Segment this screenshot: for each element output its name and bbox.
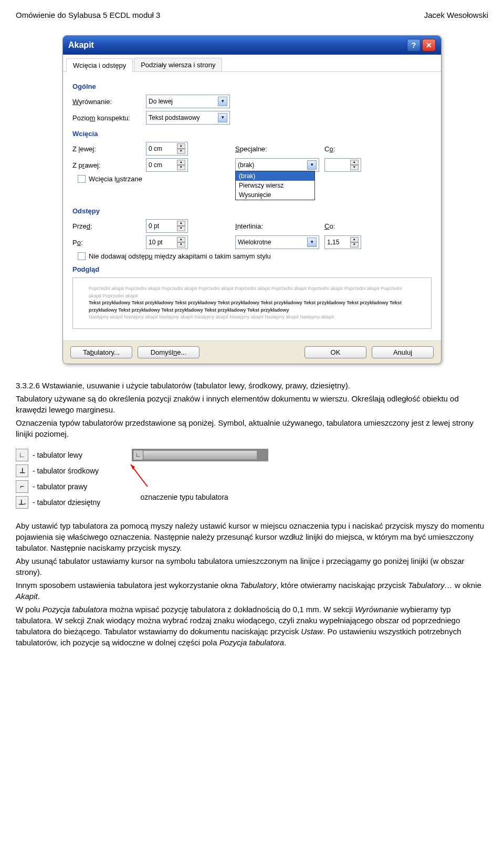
dialog-tabs: Wcięcia i odstępy Podziały wiersza i str… [63,55,441,72]
paragraph: Tabulatory używane są do określenia pozy… [16,393,488,415]
section-heading: 3.3.2.6 Wstawianie, usuwanie i użycie ta… [16,380,488,391]
label-left: Z lewej: [72,145,141,153]
dropdown-option[interactable]: Pierwszy wiersz [236,181,314,190]
tabstop-label: - tabulator lewy [33,451,82,459]
dialog-panel: Ogólne Wyrównanie: Do lewej ▾ Poziom kon… [63,72,441,341]
spin-up-icon[interactable]: ▴ [177,221,185,226]
spin-down-icon[interactable]: ▾ [350,165,359,170]
cancel-button[interactable]: Anuluj [372,346,434,358]
label-outline: Poziom konspektu: [72,114,141,122]
ruler-tab-selector: ∟ [133,450,143,460]
label-at: Co: [324,222,335,230]
paragraph: Aby usunąć tabulator ustawiamy kursor na… [16,555,488,578]
spin-down-icon[interactable]: ▾ [177,226,185,231]
chevron-down-icon: ▾ [307,238,317,247]
spin-up-icon[interactable]: ▴ [177,160,185,165]
spin-down-icon[interactable]: ▾ [350,242,359,248]
tabstop-label: - tabulator prawy [33,482,87,491]
chevron-down-icon: ▾ [218,113,227,122]
nospace-checkbox[interactable] [78,252,86,260]
paragraph: W polu Pozycja tabulatora można wpisać p… [16,604,488,648]
special-dropdown-list: (brak) Pierwszy wiersz Wysunięcie [235,171,315,200]
preview-prev: Poprzedni akapit Poprzedni akapit Poprze… [89,285,415,300]
label-mirror: Wcięcia lustrzane [89,175,142,183]
section-preview: Podgląd [72,265,432,273]
outline-combo[interactable]: Tekst podstawowy ▾ [146,111,230,125]
spin-up-icon[interactable]: ▴ [350,237,359,242]
label-by: Co: [324,145,335,153]
right-indent-spinner[interactable]: 0 cm ▴▾ [146,158,188,172]
label-linespacing: Interlinia: [235,222,282,230]
mirror-checkbox[interactable] [78,175,86,183]
tabs-button[interactable]: Tabulatory... [70,346,132,358]
dialog-button-bar: Tabulatory... Domyślne... OK Anuluj [63,341,441,364]
before-spinner[interactable]: 0 pt ▴▾ [146,219,188,233]
header-right: Jacek Wesołowski [424,11,488,19]
spin-down-icon[interactable]: ▾ [177,242,185,248]
tab-decimal-icon: ⊥. [16,496,28,509]
label-right: Z prawej: [72,161,141,169]
ok-button[interactable]: OK [304,346,366,358]
spin-up-icon[interactable]: ▴ [350,160,359,165]
label-special: Specjalne: [235,145,282,153]
paragraph: Innym sposobem ustawienia tabulatora jes… [16,580,488,602]
tab-right-icon: ⌐ [16,480,28,493]
help-icon[interactable]: ? [407,39,421,51]
spin-down-icon[interactable]: ▾ [177,149,185,154]
paragraph: Aby ustawić typ tabulatora za pomocą mys… [16,520,488,553]
dropdown-option[interactable]: (brak) [236,171,314,181]
tab-indents[interactable]: Wcięcia i odstępy [66,58,133,72]
chevron-down-icon: ▾ [307,160,317,170]
tabstop-label: - tabulator dziesiętny [33,498,100,507]
tabstop-label: - tabulator środkowy [33,467,99,475]
alignment-combo[interactable]: Do lewej ▾ [146,95,230,108]
section-general: Ogólne [72,83,432,90]
by-spinner[interactable]: ▴▾ [324,158,361,172]
spin-down-icon[interactable]: ▾ [177,165,185,170]
tab-breaks[interactable]: Podziały wiersza i strony [134,58,222,71]
spin-up-icon[interactable]: ▴ [177,237,185,242]
preview-next: Następny akapit Następny akapit Następny… [89,314,415,321]
label-nospace: Nie dodawaj odstępu między akapitami o t… [89,252,271,260]
section-indent: Wcięcia [72,130,432,138]
dialog-title: Akapit [68,40,94,50]
tab-left-icon: ∟ [16,449,28,461]
arrow-annotation [121,460,153,492]
left-indent-spinner[interactable]: 0 cm ▴▾ [146,142,188,156]
special-combo[interactable]: (brak) ▾ [235,158,319,172]
close-icon[interactable]: ✕ [422,39,436,51]
label-after: Po: [72,239,141,246]
dropdown-option[interactable]: Wysunięcie [236,190,314,200]
default-button[interactable]: Domyślne... [138,346,200,358]
titlebar: Akapit ? ✕ [63,36,441,55]
label-alignment: Wyrównanie: [72,98,141,106]
ruler-image: ∟ [132,449,268,461]
ruler-caption: oznaczenie typu tabulatora [100,493,268,501]
at-spinner[interactable]: 1,15 ▴▾ [324,235,361,249]
section-spacing: Odstępy [72,207,432,215]
spin-up-icon[interactable]: ▴ [177,143,185,149]
tab-center-icon: ⊥ [16,465,28,477]
header-left: Omówienie do Sylabusa 5 ECDL moduł 3 [16,11,160,19]
paragraph-dialog: Akapit ? ✕ Wcięcia i odstępy Podziały wi… [62,35,442,364]
document-body: 3.3.2.6 Wstawianie, usuwanie i użycie ta… [16,380,488,648]
preview-box: Poprzedni akapit Poprzedni akapit Poprze… [72,277,432,329]
preview-sample: Tekst przykładowy Tekst przykładowy Teks… [89,300,415,314]
chevron-down-icon: ▾ [218,97,227,106]
label-before: Przed: [72,222,141,230]
linespacing-combo[interactable]: Wielokrotne ▾ [235,235,319,249]
page-header: Omówienie do Sylabusa 5 ECDL moduł 3 Jac… [16,11,488,19]
paragraph: Oznaczenia typów tabulatorów przedstawio… [16,417,488,439]
after-spinner[interactable]: 10 pt ▴▾ [146,235,188,249]
